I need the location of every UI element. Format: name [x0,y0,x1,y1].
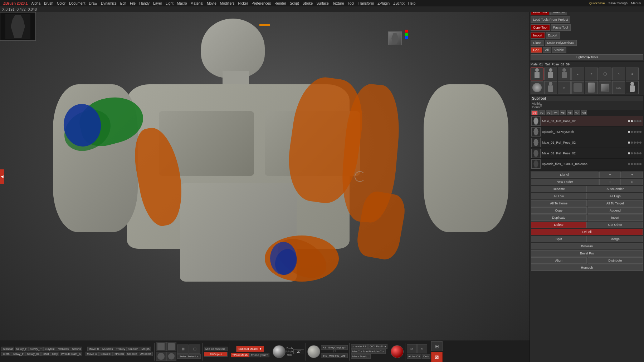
autorender-button[interactable]: AutoRender [587,186,643,192]
grey-clay-sphere[interactable] [307,345,320,358]
brush-selwy-01[interactable]: Selwy_F [11,352,25,356]
paste-tool-button[interactable]: Paste Tool [551,24,571,31]
add-button-1[interactable]: + [599,172,621,178]
subtool-thumb-2[interactable] [558,68,571,80]
subtool-thumb-cylinder[interactable] [585,81,598,94]
del-all-button[interactable]: Del All [531,229,643,235]
menu-tool[interactable]: Tool [346,1,356,5]
menu-texture[interactable]: Texture [331,1,346,5]
all-to-target-button[interactable]: All To Target [587,200,643,207]
move-tr-btn[interactable]: Move Tr [87,347,101,351]
vis-btn-v6[interactable]: V6 [567,110,573,115]
mask-icon-1[interactable]: M [407,344,417,353]
subtool-thumb-cube[interactable] [599,81,611,94]
material-sphere[interactable] [273,345,286,358]
vis-btn-v2[interactable]: V2 [538,110,545,115]
append-button[interactable]: Append [587,207,643,214]
menu-script[interactable]: Script [288,1,301,5]
subtool-thumb-0[interactable] [531,68,543,80]
visible-button[interactable]: Visible [552,47,566,53]
subtool-thumb-3[interactable]: ▲ [571,68,584,80]
dots-btn[interactable]: Dots [422,354,430,359]
subtool-master-btn[interactable]: SubTool Master ▼ [236,346,264,352]
select-la-btn[interactable]: SelectSelectLa [177,354,201,359]
merge-button[interactable]: Merge [587,236,643,242]
new-folder-button[interactable]: New Folder [531,179,599,185]
menu-zplugin[interactable]: ZPlugin [376,1,391,5]
menu-brush[interactable]: Brush [42,1,55,5]
save-through-btn[interactable]: Save through [606,1,629,5]
make-polymesh-button[interactable]: Make PolyMesh3D [545,40,577,46]
subtool-thumb-10[interactable]: H [558,81,571,94]
subtool-thumb-9[interactable] [544,81,557,94]
brush-standard[interactable]: Standar [1,347,14,351]
subtool-thumb-5[interactable]: ⬡ [599,68,611,80]
menu-surface[interactable]: Surface [314,1,330,5]
menu-material[interactable]: Material [189,1,205,5]
brush-wrinkle-dam[interactable]: Wrinkle Dam_S [60,352,82,356]
rs-grey-clay-btn[interactable]: RS_GreyClayLight [321,345,347,350]
subtool-list-item-0[interactable]: Male_01_Ref_Pose_02 [531,116,643,127]
insert-button[interactable]: Insert [587,214,643,221]
subtool-thumb-4[interactable]: ★ [585,68,598,80]
subtool-thumb-active[interactable] [626,81,639,94]
subtool-list-item-3[interactable]: Male_01_Ref_Pose_02 [531,148,643,159]
export-button[interactable]: Export [546,32,560,39]
vis-btn-v1[interactable]: V1 [531,110,538,115]
select-icon[interactable]: ⊠ [177,344,189,354]
rs-mod-btn[interactable]: RS_Mod RS_Gre [321,353,347,358]
hpolish-btn[interactable]: hPolish [113,352,125,356]
fill-object-btn[interactable]: FillObject [204,352,228,357]
quicksave-btn[interactable]: QuickSave [587,1,607,5]
vis-btn-v7[interactable]: V7 [574,110,580,115]
menu-file[interactable]: File [128,1,137,5]
intensity-value[interactable]: 27 [293,349,304,354]
brush-selwy-p[interactable]: Selwy_P [29,347,43,351]
muscles-btn[interactable]: Muscles [101,347,114,351]
subtool-thumb-11[interactable] [571,81,584,94]
reorder-icon[interactable]: ↕ [599,179,621,185]
move-bi-btn[interactable]: Move Bi [86,352,99,356]
qlci-fassha-btn[interactable]: QlCi FasSha [368,344,387,349]
all-to-home-button[interactable]: All To Home [531,200,587,207]
clipcirc-icon[interactable] [166,352,176,361]
menu-edit[interactable]: Edit [118,1,128,5]
clone-button[interactable]: Clone [531,40,544,46]
all-low-button[interactable]: All Low [531,193,587,199]
menu-light[interactable]: Light [164,1,175,5]
menu-document[interactable]: Document [67,1,87,5]
zmodel-btn[interactable]: ZModel5 [139,352,153,356]
brush-selwy-f[interactable]: Selwy_F [15,347,29,351]
mascur-masfire-btn[interactable]: MasCur MasFire MasCur [351,349,386,354]
subtool-list-item-4[interactable]: uploads_files_653891_maleana [531,159,643,169]
color-sphere-red[interactable] [391,345,404,358]
tpose-sust-btn[interactable]: TPose | SusT [249,353,269,357]
menu-layer[interactable]: Layer [151,1,164,5]
goz-button[interactable]: GoZ [531,47,542,53]
menu-zscript[interactable]: ZScript [391,1,406,5]
menu-movie[interactable]: Movie [205,1,218,5]
snakeih-btn[interactable]: SnakeiH [99,352,113,356]
tpose-mesh-btn[interactable]: TPoseMesh [231,353,249,357]
all-high-button[interactable]: All High [587,193,643,199]
slicecut-icon[interactable] [156,342,166,351]
bevel-pro-button[interactable]: Bevel Pro [531,250,643,257]
vis-btn-v3[interactable]: V3 [546,110,552,115]
brush-stash[interactable]: Stash3 [70,347,82,351]
subtool-list-item-1[interactable]: uploads_TMPolyMesh [531,127,643,137]
copy-tool-button[interactable]: Copy Tool [531,24,550,31]
boolean-button[interactable]: Boolean [531,243,643,249]
left-panel-toggle[interactable]: ◀ [0,169,4,184]
reorder-icon-2[interactable]: ⊞ [621,179,643,185]
vis-btn-v8[interactable]: V8 [581,110,587,115]
split-button[interactable]: Split [531,236,587,242]
brush-selwy-f2[interactable]: Selwy_01 [25,352,41,356]
subtool-thumb-1[interactable] [544,68,557,80]
brush-wrinkles[interactable]: wrinkles [57,347,70,351]
menu-preferences[interactable]: Preferences [250,1,273,5]
rename-button[interactable]: Rename [531,186,587,192]
menu-stroke[interactable]: Stroke [301,1,315,5]
menus-btn[interactable]: Menus [629,1,643,5]
duplicate-button[interactable]: Duplicate [531,214,587,221]
vis-btn-v5[interactable]: V5 [560,110,566,115]
